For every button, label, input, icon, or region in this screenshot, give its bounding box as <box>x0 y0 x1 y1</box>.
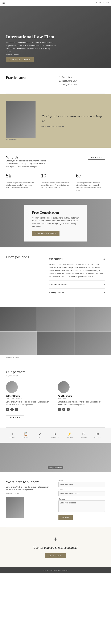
name-input[interactable] <box>58 482 105 487</box>
map-label: Margo Madison <box>48 466 64 469</box>
quote-author-name: NICK PARSON, FOUNDER <box>41 126 105 127</box>
growth-label: GROWTH <box>80 437 87 438</box>
services-label: SERVICES <box>51 437 59 438</box>
results-icon: ▦ <box>96 432 100 436</box>
consultation-book-button[interactable]: BOOK A CONSULTATION <box>32 231 60 236</box>
icon-bar-content[interactable]: 📋 CONTENT <box>22 432 30 438</box>
consultation-title: Free Consultation <box>32 210 79 214</box>
facebook-icon[interactable]: f <box>6 408 9 411</box>
positions-left: Open positions <box>6 255 43 297</box>
stat-number-3: 67 <box>76 172 105 179</box>
practice-list: Family Law Real Estate Law Immigration L… <box>58 76 105 86</box>
hero-image-credit: Image from Freepik <box>6 54 56 55</box>
practice-areas-section: Practice areas Family Law Real Estate La… <box>0 68 111 94</box>
photo-5 <box>37 332 74 355</box>
options-icon: ⚡ <box>68 432 72 436</box>
photo-row-2 <box>0 332 111 355</box>
read-more-button[interactable]: READ MORE <box>88 155 105 160</box>
final-quote-text: "Justice delayed is justice denied." <box>6 546 105 550</box>
stat-item-2: 10 Domestic locations. We have offices i… <box>41 172 70 191</box>
support-form: Name Email Message SUBMIT <box>58 480 105 520</box>
twitter-icon[interactable]: ✓ <box>10 408 14 411</box>
why-us-description: Our lawyers are dedicated to ensuring th… <box>6 160 47 168</box>
quote-image <box>6 101 35 138</box>
facebook-icon-2[interactable]: f <box>58 408 61 411</box>
quality-icon: ✓ <box>39 432 41 436</box>
map-section: Margo Madison <box>0 443 111 472</box>
partner-socials-ann: f ✓ in <box>58 408 105 411</box>
accordion-articling-student: Articling student ∨ <box>49 289 105 297</box>
final-quote-section: ✦ "Justice delayed is justice denied." G… <box>0 527 111 567</box>
consultation-box: Free Consultation We know it can be hard… <box>24 204 87 242</box>
footer-text: Copyright © 2023 All Rights Reserved <box>43 570 68 571</box>
partners-section: Our partners Images by Freepik Jeffrey B… <box>0 362 111 427</box>
positions-title: Open positions <box>6 255 43 261</box>
partner-name-jeffrey: Jeffrey Brown <box>6 395 53 397</box>
photo-6 <box>74 332 111 355</box>
quote-text: "My top priority is to earn your trust a… <box>41 114 105 123</box>
get-in-touch-button[interactable]: GET IN TOUCH <box>45 554 66 558</box>
message-textarea[interactable] <box>58 500 105 512</box>
partners-credit: Images by Freepik <box>6 375 105 377</box>
email-input[interactable] <box>58 491 105 496</box>
icon-bar-options[interactable]: ⚡ OPTIONS <box>66 432 73 438</box>
accordion-criminal-lawyer-body: Answer: Lorem ipsum dolor sit amet, cons… <box>49 263 105 280</box>
partner-avatar-jeffrey <box>6 381 18 393</box>
photo-1 <box>0 307 37 331</box>
message-field-group: Message <box>58 498 105 513</box>
results-label: RESULTS <box>95 437 102 438</box>
support-section: We're here to support Sample text. Click… <box>0 472 111 527</box>
stat-item-1: 5k Partners, lawyers, legal assistants, … <box>6 172 35 191</box>
linkedin-icon[interactable]: in <box>15 408 18 411</box>
icon-bar-growth[interactable]: ⬡ GROWTH <box>80 432 87 438</box>
stat-desc-2: Domestic locations. We have offices in s… <box>41 182 70 189</box>
support-left: We're here to support Sample text. Click… <box>6 480 53 518</box>
practice-item-2: Real Estate Law <box>61 79 105 82</box>
hamburger-menu[interactable]: ☰ <box>2 1 5 4</box>
why-us-header: Why Us Our lawyers are dedicated to ensu… <box>6 155 105 168</box>
accordion-commercial-lawyer: Commercial lawyer ∨ <box>49 280 105 289</box>
about-icon: ○ <box>11 432 13 436</box>
photo-grid: Images from Freepik <box>0 304 111 362</box>
icon-bar-quality[interactable]: ✓ QUALITY <box>37 432 44 438</box>
support-avatar <box>6 497 24 518</box>
partner-desc-jeffrey: Sample text. Click to select the text bo… <box>6 400 53 406</box>
stat-desc-1: Partners, lawyers, legal assistants, and… <box>6 182 35 189</box>
quote-image-credit: Image from Freepik <box>6 139 35 140</box>
header: ☰ +1 (234) 567-8910 <box>0 0 111 6</box>
practice-areas-left: Practice areas <box>6 76 53 80</box>
support-title: We're here to support <box>6 480 53 484</box>
accordion-articling-student-header[interactable]: Articling student ∨ <box>49 289 105 297</box>
quote-section: Image from Freepik "My top priority is t… <box>0 94 111 148</box>
twitter-icon-2[interactable]: ✓ <box>62 408 65 411</box>
icon-bar-results[interactable]: ▦ RESULTS <box>95 432 102 438</box>
view-more-button[interactable]: VIEW MORE <box>6 416 24 420</box>
partner-name-ann: Ann Richmond <box>58 395 105 397</box>
photo-row-1 <box>0 307 111 331</box>
icon-bar-about[interactable]: ○ ABOUT <box>9 432 15 438</box>
why-us-section: Why Us Our lawyers are dedicated to ensu… <box>0 148 111 199</box>
support-description: Sample text. Click to select the text bo… <box>6 486 53 491</box>
stat-item-3: 67 Overseas partnerships. We have intern… <box>76 172 105 191</box>
hero-section: International Law Firm We understand you… <box>0 6 111 68</box>
accordion-criminal-lawyer-header[interactable]: Criminal lawyer ∧ <box>49 255 105 263</box>
submit-button[interactable]: SUBMIT <box>58 515 73 520</box>
accordion-criminal-lawyer-title: Criminal lawyer <box>49 258 63 260</box>
stat-desc-3: Overseas partnerships. We have internati… <box>76 182 105 191</box>
icon-bar-services[interactable]: ⊕ SERVICES <box>51 432 59 438</box>
icon-bar: ○ ABOUT 📋 CONTENT ✓ QUALITY ⊕ SERVICES ⚡… <box>0 428 111 443</box>
practice-areas-right: Family Law Real Estate Law Immigration L… <box>58 76 105 86</box>
hero-title: International Law Firm <box>6 34 56 40</box>
accordion-commercial-lawyer-header[interactable]: Commercial lawyer ∨ <box>49 280 105 288</box>
partner-card-jeffrey: Jeffrey Brown CREATIVE LEADER Sample tex… <box>6 381 53 411</box>
partners-title: Our partners <box>6 370 105 374</box>
growth-icon: ⬡ <box>82 432 85 436</box>
message-label: Message <box>58 498 105 500</box>
accordion-articling-student-title: Articling student <box>49 292 64 294</box>
practice-item-3: Immigration Law <box>61 82 105 86</box>
linkedin-icon-2[interactable]: in <box>67 408 70 411</box>
name-field-group: Name <box>58 480 105 487</box>
accordion-criminal-lawyer: Criminal lawyer ∧ Answer: Lorem ipsum do… <box>49 255 105 280</box>
photo-3 <box>74 307 111 331</box>
book-consultation-button[interactable]: BOOK A CONSULTATION <box>6 57 34 62</box>
